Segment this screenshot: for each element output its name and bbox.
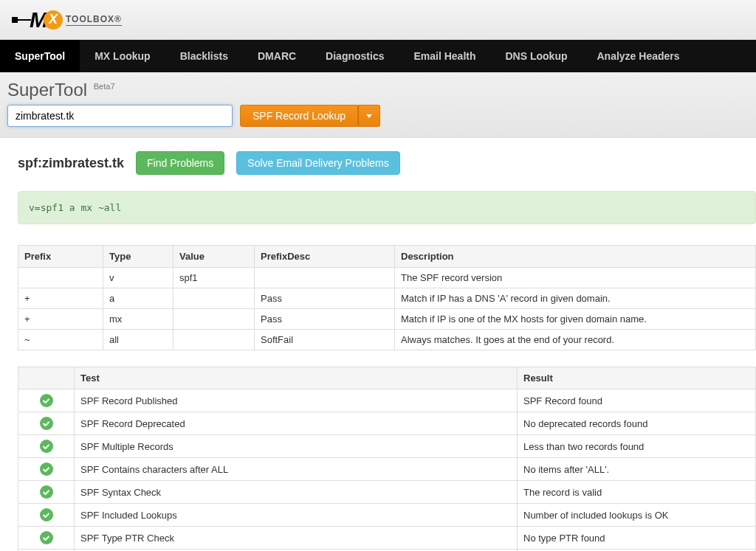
logo[interactable]: M X TOOLBOX® (15, 5, 122, 35)
nav-item-supertool[interactable]: SuperTool (0, 40, 80, 72)
test-table: TestResult SPF Record PublishedSPF Recor… (18, 367, 756, 551)
nav-item-blacklists[interactable]: Blacklists (165, 40, 243, 72)
table-row: SPF Record DeprecatedNo deprecated recor… (18, 412, 756, 435)
nav-item-analyze-headers[interactable]: Analyze Headers (583, 40, 695, 72)
table-row: SPF Multiple RecordsLess than two record… (18, 435, 756, 458)
domain-input[interactable] (7, 105, 233, 127)
table-cell: SoftFail (255, 330, 395, 350)
nav-item-mx-lookup[interactable]: MX Lookup (80, 40, 165, 72)
test-name-cell: SPF Record Deprecated (75, 412, 518, 435)
check-icon (40, 531, 53, 544)
status-cell (18, 481, 75, 504)
table-cell: Pass (255, 288, 395, 309)
column-header: Result (518, 367, 756, 389)
logo-arrow-icon (15, 19, 31, 21)
table-cell: v (103, 268, 173, 288)
table-row: SPF Syntax CheckThe record is valid (18, 481, 756, 504)
table-cell (173, 288, 255, 309)
column-header: Type (103, 246, 173, 268)
test-name-cell: SPF Multiple Records (75, 435, 518, 458)
table-row: +mxPassMatch if IP is one of the MX host… (18, 309, 756, 330)
table-row: SPF Included LookupsNumber of included l… (18, 504, 756, 527)
solve-problems-button[interactable]: Solve Email Delivery Problems (236, 151, 399, 175)
nav-item-email-health[interactable]: Email Health (399, 40, 490, 72)
result-title: spf:zimbratest.tk (18, 156, 124, 171)
table-cell: Pass (255, 309, 395, 330)
check-icon (40, 462, 53, 476)
test-name-cell: SPF Contains characters after ALL (75, 458, 518, 481)
check-icon (40, 394, 53, 407)
status-cell (18, 389, 75, 412)
top-bar: M X TOOLBOX® (0, 0, 756, 40)
column-header: Prefix (18, 246, 103, 268)
result-cell: The record is valid (518, 481, 756, 504)
nav-item-diagnostics[interactable]: Diagnostics (311, 40, 399, 72)
test-name-cell: SPF Record Published (75, 389, 518, 412)
table-row: vspf1The SPF record version (18, 268, 756, 288)
test-name-cell: SPF Syntax Check (75, 481, 518, 504)
table-cell: Match if IP has a DNS 'A' record in give… (395, 288, 756, 309)
nav-item-dns-lookup[interactable]: DNS Lookup (491, 40, 583, 72)
result-cell: No deprecated records found (518, 412, 756, 435)
result-cell: SPF Record found (518, 389, 756, 412)
check-icon (40, 508, 53, 521)
check-icon (40, 485, 53, 499)
status-cell (18, 458, 75, 481)
status-cell (18, 527, 75, 550)
logo-toolbox-text: TOOLBOX® (66, 14, 122, 26)
table-cell: Match if IP is one of the MX hosts for g… (395, 309, 756, 330)
column-header: Test (75, 367, 518, 389)
lookup-dropdown-button[interactable] (358, 105, 380, 127)
table-cell: + (18, 309, 103, 330)
column-header: PrefixDesc (255, 246, 395, 268)
result-cell: Number of included lookups is OK (518, 504, 756, 527)
nav-item-dmarc[interactable]: DMARC (243, 40, 311, 72)
check-icon (40, 417, 53, 430)
spf-record-string: v=spf1 a mx ~all (18, 191, 756, 224)
status-cell (18, 435, 75, 458)
page-title: SuperTool Beta7 (7, 80, 744, 100)
table-cell (173, 309, 255, 330)
table-cell (255, 268, 395, 288)
logo-x-badge: X (44, 10, 63, 30)
column-header (18, 367, 75, 389)
table-row: ~allSoftFailAlways matches. It goes at t… (18, 330, 756, 350)
find-problems-button[interactable]: Find Problems (136, 151, 224, 175)
caret-down-icon (366, 114, 372, 118)
table-cell (173, 330, 255, 350)
lookup-button[interactable]: SPF Record Lookup (240, 105, 358, 127)
table-cell (18, 268, 103, 288)
table-row: SPF Type PTR CheckNo type PTR found (18, 527, 756, 550)
table-cell: spf1 (173, 268, 255, 288)
tool-header: SuperTool Beta7 SPF Record Lookup (0, 72, 756, 138)
table-cell: all (103, 330, 173, 350)
main-nav: SuperToolMX LookupBlacklistsDMARCDiagnos… (0, 40, 756, 72)
table-cell: a (103, 288, 173, 309)
status-cell (18, 412, 75, 435)
table-row: +aPassMatch if IP has a DNS 'A' record i… (18, 288, 756, 309)
column-header: Description (395, 246, 756, 268)
status-cell (18, 504, 75, 527)
content-area: spf:zimbratest.tk Find Problems Solve Em… (0, 138, 756, 551)
result-cell: Less than two records found (518, 435, 756, 458)
table-cell: Always matches. It goes at the end of yo… (395, 330, 756, 350)
result-cell: No items after 'ALL'. (518, 458, 756, 481)
test-name-cell: SPF Included Lookups (75, 504, 518, 527)
beta-label: Beta7 (94, 82, 115, 91)
result-cell: No type PTR found (518, 527, 756, 550)
test-name-cell: SPF Type PTR Check (75, 527, 518, 550)
table-row: SPF Contains characters after ALLNo item… (18, 458, 756, 481)
table-cell: ~ (18, 330, 103, 350)
column-header: Value (173, 246, 255, 268)
table-cell: The SPF record version (395, 268, 756, 288)
prefix-table: PrefixTypeValuePrefixDescDescription vsp… (18, 245, 756, 350)
check-icon (40, 440, 53, 453)
table-cell: mx (103, 309, 173, 330)
table-cell: + (18, 288, 103, 309)
table-row: SPF Record PublishedSPF Record found (18, 389, 756, 412)
tool-title-text: SuperTool (7, 80, 87, 100)
